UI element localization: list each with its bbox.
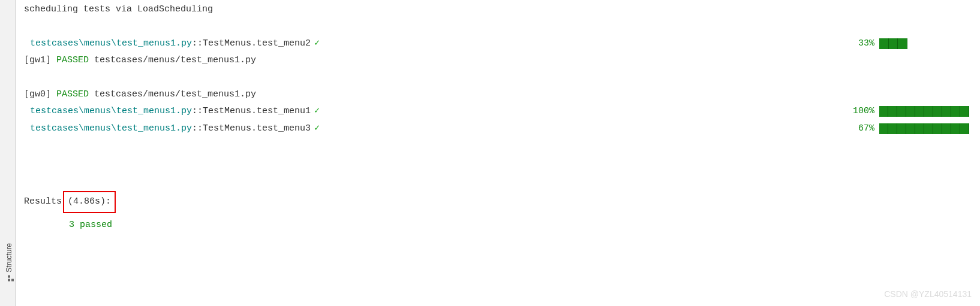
worker-file: testcases/menus/test_menus1.py [89,52,256,69]
test-node-id: ::TestMenus.test_menu3 [192,120,311,138]
progress-bar [879,38,969,49]
blank-line [24,69,974,86]
percent-label: 67% [858,120,874,138]
check-icon: ✓ [311,120,320,138]
worker-result-line: [gw1] PASSED testcases/menus/test_menus1… [24,52,974,69]
test-result-row: testcases\menus\test_menus1.py::TestMenu… [24,120,974,138]
svg-rect-2 [11,279,14,281]
test-path: testcases\menus\test_menus1.py [30,103,192,120]
test-node-id: ::TestMenus.test_menu1 [192,103,311,120]
progress-indicator: 33% [858,35,974,53]
progress-bar [879,123,969,134]
worker-status: PASSED [56,86,89,104]
console-output: scheduling tests via LoadScheduling test… [24,1,974,306]
scheduling-line: scheduling tests via LoadScheduling [24,1,974,19]
test-path: testcases\menus\test_menus1.py [30,120,192,138]
sidebar-tab-structure[interactable]: Structure [1,240,17,286]
passed-count: 3 passed [69,217,974,234]
worker-prefix: [gw1] [24,52,56,69]
structure-icon [5,275,13,282]
results-label: Results [24,193,62,211]
test-node-id: ::TestMenus.test_menu2 [192,35,311,53]
test-node: testcases\menus\test_menus1.py::TestMenu… [24,120,320,138]
test-result-row: testcases\menus\test_menus1.py::TestMenu… [24,103,974,120]
test-node: testcases\menus\test_menus1.py::TestMenu… [24,35,320,53]
percent-label: 100% [853,103,874,120]
check-icon: ✓ [311,35,320,53]
ide-sidebar: Structure avorites [0,0,16,306]
blank-line [24,19,974,35]
test-result-row: testcases\menus\test_menus1.py::TestMenu… [24,35,974,53]
svg-rect-1 [8,275,10,278]
percent-label: 33% [858,35,874,53]
sidebar-tab-label: Structure [2,243,16,272]
worker-prefix: [gw0] [24,86,56,104]
results-summary-line: Results (4.86s): [24,191,974,213]
worker-file: testcases/menus/test_menus1.py [89,86,256,104]
test-node: testcases\menus\test_menus1.py::TestMenu… [24,103,320,120]
svg-rect-0 [8,279,10,281]
test-path: testcases\menus\test_menus1.py [30,35,192,53]
progress-indicator: 67% [858,120,974,138]
progress-bar [879,106,969,117]
worker-status: PASSED [56,52,89,69]
worker-result-line: [gw0] PASSED testcases/menus/test_menus1… [24,86,974,104]
results-time-highlight: (4.86s): [63,191,116,213]
check-icon: ✓ [311,103,320,120]
progress-indicator: 100% [853,103,974,120]
